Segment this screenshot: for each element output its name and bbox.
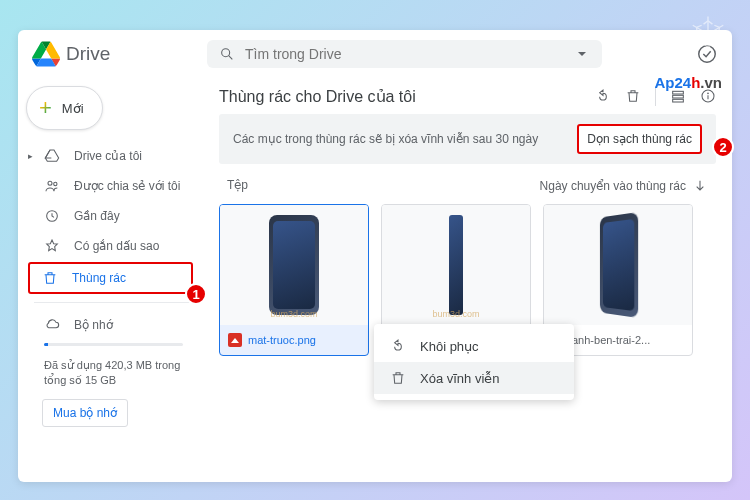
trash-icon (390, 370, 406, 386)
sidebar-item-recent[interactable]: Gần đây (24, 202, 203, 230)
ctx-delete-forever[interactable]: Xóa vĩnh viễn (374, 362, 574, 394)
sidebar-item-my-drive[interactable]: ▸ Drive của tôi (24, 142, 203, 170)
buy-storage-button[interactable]: Mua bộ nhớ (42, 399, 128, 427)
nav-label: Có gắn dấu sao (74, 239, 159, 253)
file-name: mat-truoc.png (248, 334, 316, 346)
divider (34, 302, 193, 303)
search-input[interactable] (245, 46, 564, 62)
main-content: Thùng rác cho Drive của tôi Các mục tron… (203, 78, 732, 482)
svg-point-8 (54, 182, 57, 185)
ctx-label: Khôi phục (420, 339, 479, 354)
storage-text: Đã sử dụng 420,3 MB trong tổng số 15 GB (24, 354, 203, 393)
main-header: Thùng rác cho Drive của tôi (219, 86, 716, 106)
new-button[interactable]: + Mới (26, 86, 103, 130)
svg-point-7 (48, 181, 52, 185)
brand-watermark: Ap24h.vn (654, 74, 722, 91)
cloud-icon (44, 317, 60, 333)
ctx-restore[interactable]: Khôi phục (374, 330, 574, 362)
files-label: Tệp (227, 178, 248, 194)
svg-rect-11 (673, 95, 684, 98)
dropdown-icon[interactable] (574, 46, 590, 62)
sidebar-item-starred[interactable]: Có gắn dấu sao (24, 232, 203, 260)
logo[interactable]: Drive (32, 41, 197, 67)
sidebar-item-storage[interactable]: Bộ nhớ (24, 311, 203, 339)
delete-icon[interactable] (625, 88, 641, 104)
restore-icon[interactable] (595, 88, 611, 104)
sidebar: + Mới ▸ Drive của tôi Được chia sẻ với t… (18, 78, 203, 482)
arrow-down-icon (692, 178, 708, 194)
search-box[interactable] (207, 40, 602, 68)
sidebar-item-shared[interactable]: Được chia sẻ với tôi (24, 172, 203, 200)
annotation-badge-2: 2 (712, 136, 734, 158)
search-icon (219, 46, 235, 62)
watermark: bum3d.com (270, 309, 317, 319)
page-title: Thùng rác cho Drive của tôi (219, 87, 416, 106)
svg-line-2 (704, 21, 708, 24)
caret-icon: ▸ (28, 151, 33, 161)
nav-label: Bộ nhớ (74, 318, 113, 332)
context-menu: Khôi phục Xóa vĩnh viễn (374, 324, 574, 400)
sidebar-item-trash[interactable]: Thùng rác (28, 262, 193, 294)
drive-logo-icon (32, 41, 60, 67)
notice-text: Các mục trong thùng rác sẽ bị xóa vĩnh v… (233, 132, 538, 146)
file-thumbnail: bum3d.com (382, 205, 530, 325)
sort-label: Ngày chuyển vào thùng rác (540, 179, 686, 193)
trash-icon (42, 270, 58, 286)
nav-label: Drive của tôi (74, 149, 142, 163)
watermark: bum3d.com (432, 309, 479, 319)
annotation-badge-1: 1 (185, 283, 207, 305)
file-thumbnail: bum3d.com (220, 205, 368, 325)
empty-trash-button[interactable]: Dọn sạch thùng rác (577, 124, 702, 154)
file-name: anh-ben-trai-2... (572, 334, 650, 346)
file-thumbnail (544, 205, 692, 325)
new-label: Mới (62, 101, 84, 116)
shared-icon (44, 178, 60, 194)
restore-icon (390, 338, 406, 354)
plus-icon: + (39, 95, 52, 121)
file-card[interactable]: bum3d.com mat-truoc.png (219, 204, 369, 356)
nav-label: Gần đây (74, 209, 120, 223)
svg-rect-10 (673, 91, 684, 94)
files-header: Tệp Ngày chuyển vào thùng rác (219, 174, 716, 198)
nav-label: Thùng rác (72, 271, 126, 285)
header: Drive (18, 30, 732, 78)
star-icon (44, 238, 60, 254)
svg-point-4 (222, 49, 230, 57)
snowflake-decoration (686, 12, 730, 56)
storage-bar (44, 343, 183, 346)
svg-point-15 (708, 93, 709, 94)
clock-icon (44, 208, 60, 224)
sort-control[interactable]: Ngày chuyển vào thùng rác (540, 178, 708, 194)
file-grid: bum3d.com mat-truoc.png bum3d.com (219, 204, 716, 356)
ctx-label: Xóa vĩnh viễn (420, 371, 500, 386)
trash-notice: Các mục trong thùng rác sẽ bị xóa vĩnh v… (219, 114, 716, 164)
image-type-icon (228, 333, 242, 347)
svg-line-5 (229, 56, 233, 60)
app-name: Drive (66, 43, 110, 65)
svg-line-3 (708, 21, 712, 24)
drive-icon (44, 148, 60, 164)
svg-rect-12 (673, 99, 684, 102)
app-window: Drive + Mới ▸ Drive của tôi Được chia sẻ (18, 30, 732, 482)
nav-label: Được chia sẻ với tôi (74, 179, 180, 193)
